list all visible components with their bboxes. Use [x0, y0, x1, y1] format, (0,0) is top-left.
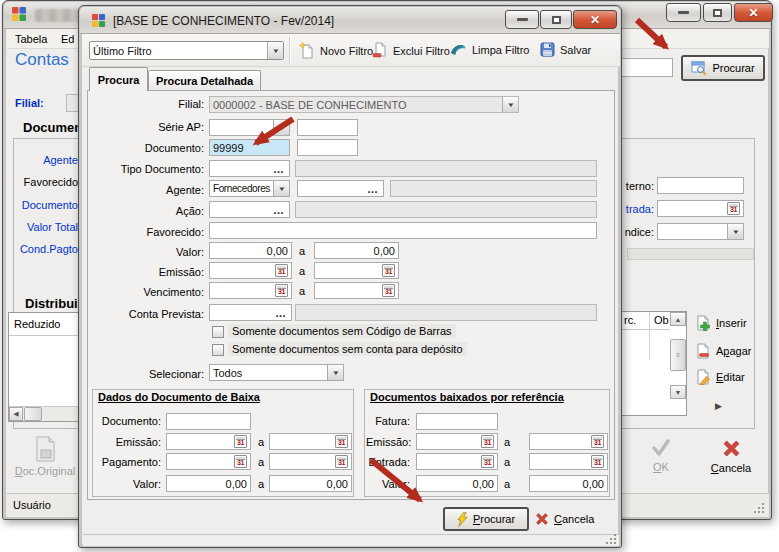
novo-filtro-button[interactable]: Novo Filtro — [299, 42, 373, 59]
limpa-filtro-button[interactable]: Limpa Filtro — [450, 42, 529, 57]
scroll-down-button[interactable]: ▼ — [670, 385, 686, 399]
vencimento-from-input[interactable] — [209, 282, 292, 299]
calendar-icon[interactable] — [335, 455, 348, 468]
calendar-icon[interactable] — [481, 455, 494, 468]
field-entrada[interactable] — [657, 200, 744, 217]
filter-combobox[interactable]: Último Filtro — [89, 41, 284, 60]
selecionar-combobox[interactable]: Todos — [209, 364, 344, 381]
baixa-documento-input[interactable] — [166, 413, 251, 430]
exclui-filtro-button[interactable]: Exclui Filtro — [372, 42, 450, 59]
agente-code-input[interactable]: … — [297, 180, 384, 197]
acao-input[interactable]: … — [209, 201, 290, 218]
calendar-icon[interactable] — [591, 455, 604, 468]
chevron-down-icon — [273, 180, 289, 197]
tab-procura-detalhada[interactable]: Procura Detalhada — [148, 70, 261, 91]
field-indice[interactable] — [657, 223, 744, 240]
novo-filtro-label: Novo Filtro — [320, 45, 373, 57]
dialog-minimize-button[interactable] — [505, 10, 539, 29]
ellipsis-lookup-icon[interactable]: … — [273, 163, 286, 175]
checkbox-codigo-barras[interactable] — [212, 326, 224, 338]
h-scrollbar-thumb[interactable] — [24, 407, 42, 421]
dialog-close-button[interactable]: ✕ — [573, 10, 617, 29]
maximize-button[interactable] — [703, 3, 732, 22]
save-icon — [540, 42, 555, 57]
menu-ed[interactable]: Ed — [57, 31, 78, 47]
agente-combobox[interactable]: Fornecedores — [209, 180, 290, 197]
search-dialog: [BASE DE CONHECIMENTO - Fev/2014] ✕ Últi… — [78, 5, 622, 548]
emissao-to-input[interactable] — [314, 262, 399, 279]
ellipsis-lookup-icon[interactable]: … — [275, 307, 288, 319]
inserir-button[interactable]: Inserir — [695, 315, 747, 331]
main-procurar-label: Procurar — [712, 62, 754, 74]
baixa-emissao-from[interactable] — [166, 433, 251, 450]
dialog-resize-grip[interactable] — [606, 534, 617, 545]
ref-valor-from[interactable]: 0,00 — [416, 475, 498, 492]
doc-original-button[interactable]: Doc.Original — [9, 436, 81, 477]
dialog-maximize-button[interactable] — [540, 10, 572, 29]
vencimento-to-input[interactable] — [314, 282, 399, 299]
calendar-icon[interactable] — [591, 435, 604, 448]
valor-to-input[interactable]: 0,00 — [314, 242, 399, 259]
dialog-cancela-button[interactable]: Cancela — [535, 509, 594, 529]
emissao-from-input[interactable] — [209, 262, 292, 279]
apagar-button[interactable]: Apagar — [695, 343, 752, 359]
ref-valor-to[interactable]: 0,00 — [529, 475, 608, 492]
ellipsis-lookup-icon[interactable]: … — [273, 204, 286, 216]
dialog-procurar-button[interactable]: Procurar — [443, 507, 529, 531]
ref-emissao-from[interactable] — [416, 433, 498, 450]
baixa-emissao-to[interactable] — [269, 433, 352, 450]
calendar-icon[interactable] — [275, 284, 288, 297]
calendar-icon[interactable] — [234, 455, 247, 468]
resize-grip[interactable] — [754, 503, 765, 514]
scroll-right-arrow[interactable]: ▶ — [715, 401, 722, 411]
documento-input2[interactable] — [297, 139, 358, 156]
filial-label: Filial: — [90, 98, 204, 110]
filial-combobox[interactable]: 0000002 - BASE DE CONHECIMENTO — [209, 96, 519, 113]
ref-entrada-from[interactable] — [416, 453, 498, 470]
calendar-icon[interactable] — [275, 264, 288, 277]
tab-procura[interactable]: Procura — [89, 67, 148, 91]
baixa-valor-from[interactable]: 0,00 — [166, 475, 251, 492]
calendar-icon[interactable] — [382, 264, 395, 277]
new-file-icon — [299, 42, 315, 59]
valor-from-input[interactable]: 0,00 — [209, 242, 292, 259]
editar-button[interactable]: Editar — [695, 369, 745, 385]
serie-ap-combobox[interactable] — [209, 119, 290, 136]
calendar-icon[interactable] — [727, 202, 740, 215]
baixa-pagamento-to[interactable] — [269, 453, 352, 470]
salvar-button[interactable]: Salvar — [540, 42, 591, 57]
conta-prevista-input[interactable]: … — [209, 304, 292, 321]
ok-button[interactable]: OK — [643, 439, 679, 473]
scrollbar-thumb[interactable]: ≡ — [670, 339, 686, 371]
serie-ap-input2[interactable] — [297, 119, 358, 136]
ellipsis-lookup-icon[interactable]: … — [367, 183, 380, 195]
baixa-pagamento-from[interactable] — [166, 453, 251, 470]
ref-fatura-input[interactable] — [416, 413, 498, 430]
main-procurar-button[interactable]: Procurar — [681, 55, 765, 81]
close-button[interactable]: ✕ — [734, 3, 773, 22]
valor-label: Valor: — [90, 246, 204, 258]
calendar-icon[interactable] — [335, 435, 348, 448]
calendar-icon[interactable] — [382, 284, 395, 297]
calendar-icon[interactable] — [234, 435, 247, 448]
h-scrollbar-track[interactable]: ◀ — [9, 406, 78, 421]
scroll-up-button[interactable]: ▲ — [670, 312, 686, 326]
items-grid[interactable]: rc. Ob ▲ ≡ ▼ — [621, 311, 687, 416]
ref-emissao-to[interactable] — [529, 433, 608, 450]
ref-entrada-to[interactable] — [529, 453, 608, 470]
favorecido-input[interactable] — [209, 222, 597, 239]
checkbox-conta-deposito[interactable] — [212, 344, 224, 356]
documento-input[interactable]: 99999 — [209, 139, 290, 156]
calendar-icon[interactable] — [481, 435, 494, 448]
baixa-valor-to[interactable]: 0,00 — [269, 475, 352, 492]
dialog-title: [BASE DE CONHECIMENTO - Fev/2014] — [113, 14, 334, 28]
minimize-button[interactable] — [666, 3, 701, 22]
range-sep: a — [504, 456, 510, 468]
tipo-documento-input[interactable]: … — [209, 160, 290, 177]
main-cancela-button[interactable]: Cancela — [705, 439, 757, 474]
group-baixados-referencia: Documentos baixados por referência Fatur… — [364, 389, 610, 497]
scroll-left-button[interactable]: ◀ — [9, 407, 23, 421]
reduzido-grid[interactable]: Reduzido ◀ — [8, 312, 79, 422]
field-interno[interactable] — [657, 177, 744, 194]
menu-tabela[interactable]: Tabela — [11, 31, 51, 47]
